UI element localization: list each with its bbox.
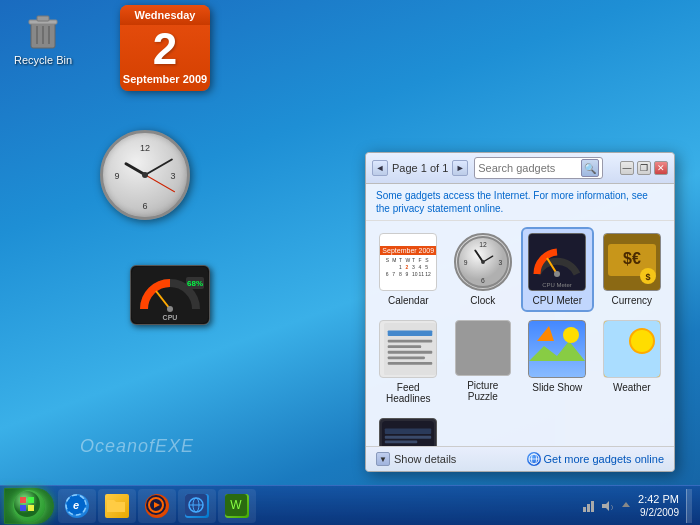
watermark-text: OceanofEXE [80, 436, 194, 457]
gadget-clock[interactable]: 12 3 6 9 Clock [449, 229, 518, 310]
gadget-puzzle-thumb [455, 320, 511, 376]
recycle-bin-label: Recycle Bin [14, 54, 72, 66]
calendar-header: Wednesday [120, 5, 210, 25]
taskbar-mediaplayer-button[interactable] [138, 489, 176, 523]
clock-gadget: 12 3 6 9 [100, 130, 190, 220]
gadgets-panel: ◄ Page 1 of 1 ► 🔍 — ❐ ✕ Some gadgets acc… [365, 152, 675, 472]
svg-rect-61 [20, 505, 26, 511]
gadgets-grid: September 2009 SMTWTFS 12345 6789101112 … [366, 221, 674, 446]
taskbar-misc-button[interactable]: W [218, 489, 256, 523]
svg-text:e: e [73, 499, 79, 511]
svg-text:W: W [230, 498, 242, 512]
svg-rect-48 [385, 428, 431, 434]
svg-marker-80 [622, 502, 630, 507]
nav-next-button[interactable]: ► [452, 160, 468, 176]
calendar-day-number: 2 [120, 25, 210, 73]
panel-footer: ▼ Show details Get more gadgets online [366, 446, 674, 471]
restore-button[interactable]: ❐ [637, 161, 651, 175]
svg-rect-38 [388, 351, 433, 354]
clock-face: 12 3 6 9 [100, 130, 190, 220]
svg-point-24 [481, 260, 485, 264]
search-button[interactable]: 🔍 [581, 159, 599, 177]
svg-point-27 [554, 271, 560, 277]
gadget-puzzle-label: Picture Puzzle [453, 380, 514, 402]
svg-point-13 [167, 306, 173, 312]
search-input[interactable] [478, 162, 578, 174]
gadget-cpu-meter-thumb: CPU Meter [528, 233, 586, 291]
svg-text:$€: $€ [623, 250, 641, 267]
ie-icon: e [65, 494, 89, 518]
minimize-button[interactable]: — [620, 161, 634, 175]
recycle-bin-icon[interactable]: Recycle Bin [8, 10, 78, 66]
svg-rect-36 [388, 340, 433, 343]
svg-point-58 [14, 491, 40, 517]
close-button[interactable]: ✕ [654, 161, 668, 175]
svg-text:3: 3 [498, 259, 502, 266]
folder-icon [105, 494, 129, 518]
taskbar: e [0, 485, 700, 525]
svg-rect-76 [587, 504, 590, 512]
tray-date: 9/2/2009 [638, 506, 679, 519]
svg-text:12: 12 [479, 241, 487, 248]
nav-prev-button[interactable]: ◄ [372, 160, 388, 176]
calendar-gadget: Wednesday 2 September 2009 [120, 5, 210, 91]
svg-rect-39 [388, 356, 425, 359]
desktop: OceanofEXE Recycle Bin Wednesday 2 Septe… [0, 0, 700, 525]
panel-nav: ◄ Page 1 of 1 ► [372, 160, 468, 176]
show-details-button[interactable]: ▼ Show details [376, 452, 456, 466]
svg-text:CPU: CPU [163, 314, 178, 321]
system-clock[interactable]: 2:42 PM 9/2/2009 [638, 492, 679, 519]
clock-center-dot [142, 172, 148, 178]
gadget-currency[interactable]: $€ $ Currency [598, 229, 667, 310]
svg-text:68%: 68% [187, 279, 203, 288]
taskbar-ie-button[interactable]: e [58, 489, 96, 523]
tray-network-icon [580, 498, 596, 514]
get-more-gadgets-link[interactable]: Get more gadgets online [527, 452, 664, 466]
svg-text:6: 6 [142, 201, 147, 211]
system-tray: ) [580, 498, 634, 514]
titlebar-left: ◄ Page 1 of 1 ► 🔍 [372, 157, 603, 179]
gadget-weather-label: Weather [613, 382, 651, 393]
gadget-feed-thumb [379, 320, 437, 378]
recycle-bin-image [23, 10, 63, 50]
svg-rect-77 [591, 501, 594, 512]
taskbar-network-button[interactable] [178, 489, 216, 523]
start-button[interactable] [4, 488, 54, 524]
show-details-label: Show details [394, 453, 456, 465]
tray-arrow-icon[interactable] [618, 498, 634, 514]
gadget-calendar-label: Calendar [388, 295, 429, 306]
show-desktop-button[interactable] [686, 489, 692, 523]
calendar-day-name: Wednesday [120, 9, 210, 21]
svg-point-43 [563, 327, 579, 343]
gadget-clock-label: Clock [470, 295, 495, 306]
svg-rect-59 [20, 497, 26, 503]
gadget-cpu-meter[interactable]: CPU Meter CPU Meter [523, 229, 592, 310]
taskbar-explorer-button[interactable] [98, 489, 136, 523]
start-orb-icon [13, 490, 45, 522]
gadget-calendar-thumb: September 2009 SMTWTFS 12345 6789101112 [379, 233, 437, 291]
gadget-windows-media[interactable]: Windows Media... [374, 414, 443, 446]
svg-text:6: 6 [481, 277, 485, 284]
gadget-calendar[interactable]: September 2009 SMTWTFS 12345 6789101112 … [374, 229, 443, 310]
svg-text:9: 9 [114, 171, 119, 181]
svg-rect-75 [583, 507, 586, 512]
gadget-weather[interactable]: Weather [598, 316, 667, 408]
gadget-slideshow-label: Slide Show [532, 382, 582, 393]
gadget-slideshow[interactable]: Slide Show [523, 316, 592, 408]
svg-rect-2 [37, 16, 49, 21]
mediaplayer-icon [145, 494, 169, 518]
taskbar-items: e [58, 489, 580, 523]
svg-text:): ) [611, 504, 613, 510]
svg-rect-35 [388, 330, 433, 336]
svg-text:9: 9 [464, 259, 468, 266]
gadget-cpu-label: CPU Meter [533, 295, 582, 306]
svg-rect-50 [385, 441, 418, 444]
gadget-feed-headlines[interactable]: Feed Headlines [374, 316, 443, 408]
gadget-picture-puzzle[interactable]: Picture Puzzle [449, 316, 518, 408]
tray-time: 2:42 PM [638, 492, 679, 506]
svg-point-46 [630, 329, 654, 353]
svg-rect-62 [28, 505, 34, 511]
svg-rect-37 [388, 345, 421, 348]
svg-text:CPU Meter: CPU Meter [542, 282, 572, 288]
gadget-feed-label: Feed Headlines [378, 382, 439, 404]
